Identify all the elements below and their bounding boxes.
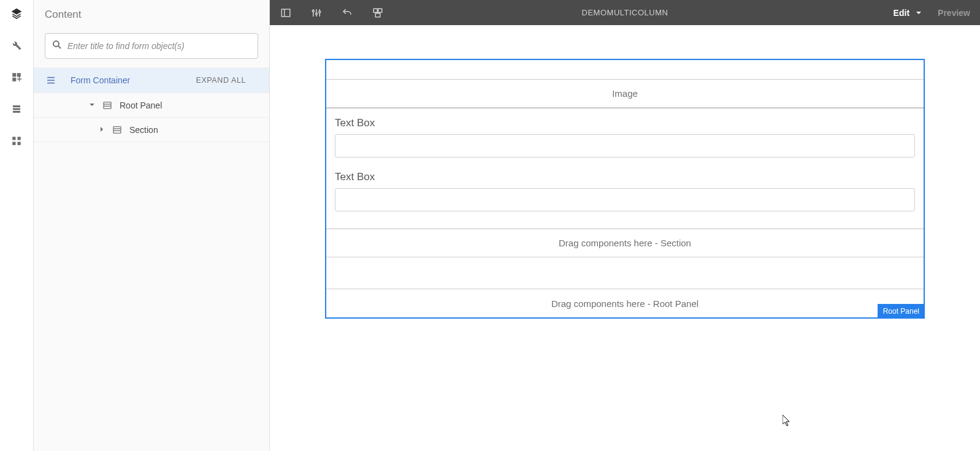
layers-icon[interactable]: [9, 6, 24, 21]
topbar: DEMOMULTICOLUMN Edit Preview: [270, 0, 980, 25]
image-component[interactable]: Image: [326, 80, 924, 108]
main-area: DEMOMULTICOLUMN Edit Preview Image Text …: [270, 0, 980, 451]
section-icon: [111, 124, 123, 136]
root-panel-badge: Root Panel: [878, 304, 925, 319]
settings-icon[interactable]: [310, 7, 323, 19]
svg-rect-20: [378, 9, 382, 12]
svg-rect-21: [375, 13, 380, 17]
svg-point-14: [312, 10, 314, 12]
header-strip[interactable]: [326, 60, 924, 80]
tree-label: Root Panel: [120, 100, 162, 110]
content-sidebar: Content Form Container EXPAND ALL Root P…: [34, 0, 270, 451]
svg-rect-5: [104, 102, 111, 108]
toggle-panel-icon[interactable]: [280, 7, 292, 19]
undo-icon[interactable]: [341, 7, 353, 19]
left-rail: [0, 0, 34, 451]
chevron-down-icon[interactable]: [86, 102, 98, 109]
form-canvas[interactable]: Image Text Box Text Box Drag components …: [270, 25, 980, 451]
form-container-row[interactable]: Form Container EXPAND ALL: [34, 67, 269, 93]
data-sources-icon[interactable]: [9, 102, 24, 116]
form-container-outline[interactable]: Image Text Box Text Box Drag components …: [325, 59, 925, 319]
wrench-icon[interactable]: [9, 38, 24, 53]
tree-label: Section: [129, 125, 158, 135]
svg-rect-8: [113, 126, 121, 133]
section-drop-zone[interactable]: Drag components here - Section: [326, 229, 924, 257]
svg-point-18: [319, 11, 321, 13]
field-label: Text Box: [335, 171, 915, 183]
chevron-right-icon[interactable]: [96, 126, 107, 134]
spacer-block[interactable]: [326, 257, 924, 289]
components-icon[interactable]: [9, 134, 24, 148]
svg-point-16: [316, 13, 318, 15]
tree-row-root-panel[interactable]: Root Panel: [34, 93, 269, 118]
field-group: Text Box: [335, 117, 915, 157]
field-label: Text Box: [335, 117, 915, 129]
sidebar-title: Content: [34, 9, 269, 28]
search-box[interactable]: [45, 33, 258, 59]
chevron-down-icon: [916, 8, 922, 18]
field-group: Text Box: [335, 171, 915, 211]
search-input[interactable]: [67, 41, 251, 51]
tree-row-section[interactable]: Section: [34, 118, 269, 142]
svg-rect-19: [373, 9, 377, 12]
root-panel-drop-zone[interactable]: Drag components here - Root Panel Root P…: [326, 289, 924, 317]
text-input[interactable]: [335, 134, 915, 157]
assets-icon[interactable]: [9, 70, 24, 85]
svg-rect-11: [281, 9, 290, 17]
svg-line-1: [58, 46, 61, 48]
preview-button[interactable]: Preview: [938, 8, 970, 18]
layout-icon[interactable]: [372, 7, 384, 19]
text-input[interactable]: [335, 188, 915, 211]
expand-all-button[interactable]: EXPAND ALL: [196, 76, 258, 85]
form-container-label: Form Container: [71, 75, 196, 85]
edit-mode-button[interactable]: Edit: [894, 8, 922, 18]
svg-point-0: [53, 41, 59, 47]
form-container-icon: [45, 74, 57, 86]
mouse-cursor: [783, 415, 792, 427]
panel-icon: [101, 99, 113, 112]
search-icon: [52, 39, 63, 53]
section-block[interactable]: Text Box Text Box: [326, 108, 924, 229]
